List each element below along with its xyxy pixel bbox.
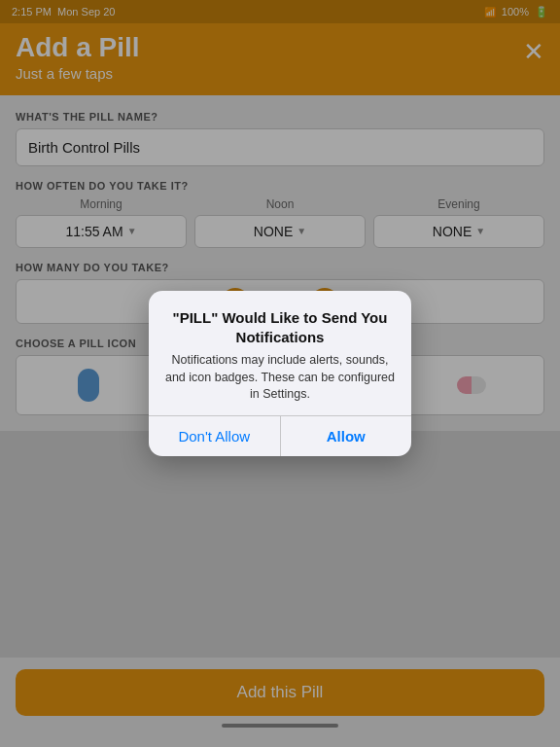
allow-button[interactable]: Allow <box>281 416 412 456</box>
dont-allow-button[interactable]: Don't Allow <box>149 416 281 456</box>
alert-buttons: Don't Allow Allow <box>149 415 411 456</box>
dialog-overlay: "PILL" Would Like to Send You Notificati… <box>0 0 560 747</box>
alert-title: "PILL" Would Like to Send You Notificati… <box>164 308 396 346</box>
notification-alert: "PILL" Would Like to Send You Notificati… <box>149 291 411 456</box>
alert-message: Notifications may include alerts, sounds… <box>164 352 396 404</box>
alert-body: "PILL" Would Like to Send You Notificati… <box>149 291 411 415</box>
